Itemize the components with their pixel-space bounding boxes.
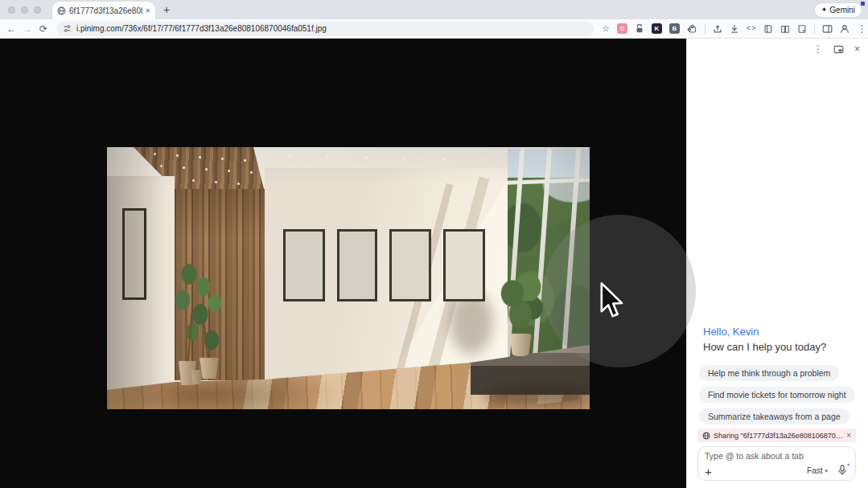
toolbar-divider [705, 23, 706, 34]
greeting-title: Hello, Kevin [703, 326, 826, 338]
panel-close-icon[interactable]: × [854, 43, 860, 55]
gemini-button-label: Gemini [829, 6, 855, 14]
sharing-context-chip[interactable]: Sharing "6f1777d3f13a26e808106870046fa05… [697, 429, 856, 442]
gemini-side-panel: ⋮ × Hello, Kevin How can I help you toda… [686, 39, 868, 488]
minimize-window-control[interactable] [21, 6, 28, 14]
gemini-sparkle-icon: ✦ [821, 6, 828, 14]
profile-icon[interactable] [840, 24, 849, 34]
window-controls[interactable] [8, 6, 41, 14]
panel-menu-icon[interactable]: ⋮ [813, 43, 823, 55]
extension-b-icon[interactable]: B [669, 23, 680, 34]
toolbar-actions: ☆ K B <> [602, 23, 866, 35]
download-icon[interactable] [730, 24, 739, 34]
chevron-down-icon: ▾ [825, 468, 828, 474]
suggestion-chip-3[interactable]: Summarize takeaways from a page [699, 408, 849, 424]
panel-header: ⋮ × [813, 43, 860, 55]
image-vignette [107, 147, 590, 409]
bookmark-star-icon[interactable]: ☆ [602, 24, 610, 33]
url-text: i.pinimg.com/736x/6f/17/77/6f1777d3f13a2… [76, 24, 327, 33]
close-window-control[interactable] [8, 6, 15, 14]
voice-input-mic-icon[interactable] [836, 464, 849, 477]
recording-indicator-dot [861, 2, 865, 6]
extension-pink-icon[interactable] [617, 23, 627, 34]
prompt-input-box[interactable]: + Fast ▾ ✦ [697, 446, 856, 481]
greeting-subtitle: How can I help you today? [703, 341, 826, 353]
share-icon[interactable] [713, 24, 722, 34]
site-info-icon[interactable] [63, 24, 72, 33]
viewed-image [107, 147, 590, 409]
page-bookmark-icon[interactable] [797, 24, 807, 34]
side-panel-icon[interactable] [822, 24, 833, 34]
tab-strip: 6f1777d3f13a26e808106870046fa051f.jpg × … [0, 0, 868, 19]
maximize-window-control[interactable] [34, 6, 41, 14]
model-selector[interactable]: Fast ▾ [807, 466, 828, 475]
back-button[interactable]: ← [3, 23, 19, 35]
reading-book-icon[interactable] [763, 24, 773, 34]
image-viewer-stage [0, 39, 686, 488]
extension-k-icon[interactable]: K [652, 23, 662, 34]
open-book-icon[interactable] [780, 24, 790, 34]
new-tab-button[interactable]: + [163, 4, 170, 15]
toolbar-divider [814, 23, 815, 34]
browser-toolbar: ← → ⟳ i.pinimg.com/736x/6f/17/77/6f1777d… [0, 19, 868, 39]
code-icon[interactable]: <> [747, 25, 757, 32]
greeting-block: Hello, Kevin How can I help you today? [703, 326, 826, 353]
browser-menu-icon[interactable]: ⋮ [857, 23, 866, 35]
suggestion-chip-2[interactable]: Find movie tickets for tomorrow night [699, 387, 855, 403]
tab-favicon-globe-icon [57, 6, 66, 15]
url-bar[interactable]: i.pinimg.com/736x/6f/17/77/6f1777d3f13a2… [56, 22, 594, 36]
extensions-puzzle-icon[interactable] [687, 23, 697, 34]
open-in-window-icon[interactable] [833, 45, 844, 54]
globe-icon [702, 432, 710, 440]
forward-button[interactable]: → [19, 23, 35, 35]
tab-title: 6f1777d3f13a26e808106870046fa051f.jpg [69, 6, 142, 15]
prompt-input[interactable] [705, 451, 849, 461]
browser-tab[interactable]: 6f1777d3f13a26e808106870046fa051f.jpg × [52, 2, 155, 19]
suggestion-chips: Help me think through a problem Find mov… [699, 365, 855, 424]
suggestion-chip-1[interactable]: Help me think through a problem [699, 365, 839, 381]
tab-close-icon[interactable]: × [146, 6, 150, 15]
model-selector-label: Fast [807, 466, 822, 475]
extension-lock-open-icon[interactable] [635, 23, 644, 34]
sharing-chip-label: Sharing "6f1777d3f13a26e808106870046fa05… [714, 432, 843, 440]
sharing-chip-close-icon[interactable]: × [846, 431, 851, 440]
reload-button[interactable]: ⟳ [35, 23, 51, 35]
gemini-button[interactable]: ✦ Gemini [815, 3, 862, 17]
add-attachment-button[interactable]: + [705, 465, 712, 478]
